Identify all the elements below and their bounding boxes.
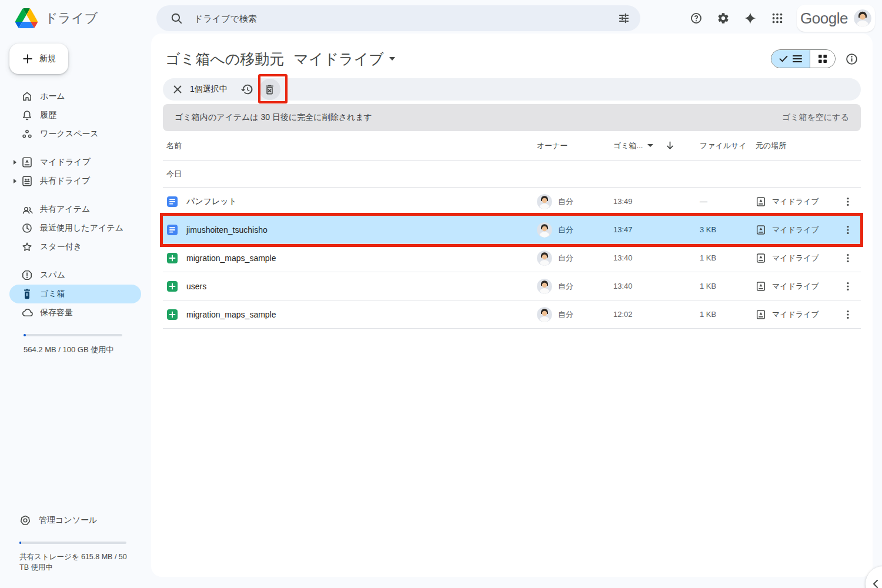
- my-drive-icon: [21, 156, 33, 168]
- list-header: 名前 オーナー ゴミ箱... ファイルサイ 元の場所: [163, 131, 861, 161]
- page-title: ゴミ箱への移動元 マイドライブ: [165, 49, 395, 69]
- date-group-label: 今日: [163, 161, 861, 188]
- column-dropdown-icon[interactable]: [647, 144, 653, 147]
- empty-trash-button[interactable]: ゴミ箱を空にする: [782, 112, 849, 123]
- help-icon[interactable]: [684, 6, 709, 31]
- new-button-label: 新規: [39, 54, 56, 64]
- spam-icon: [21, 269, 33, 281]
- settings-gear-icon[interactable]: [711, 6, 736, 31]
- new-button[interactable]: 新規: [9, 44, 68, 74]
- sidebar-item-recent[interactable]: 最近使用したアイテム: [9, 219, 141, 238]
- shared-storage-progress-bar: [19, 542, 126, 544]
- view-toggle: [771, 49, 836, 68]
- search-input[interactable]: [194, 14, 613, 24]
- sort-descending-icon[interactable]: [665, 141, 675, 151]
- sidebar-item-spam[interactable]: スパム: [9, 266, 141, 285]
- restore-from-trash-icon[interactable]: [240, 83, 253, 96]
- apps-grid-icon[interactable]: [765, 6, 790, 31]
- owner-avatar: [537, 279, 552, 294]
- app-title: ドライブ: [45, 9, 98, 27]
- file-row-selected[interactable]: jimushoiten_tsuchisho 自分 13:47 3 KB マイドラ…: [163, 216, 861, 244]
- file-row[interactable]: パンフレット 自分 13:49 — マイドライブ: [163, 188, 861, 216]
- owner-avatar: [537, 194, 552, 209]
- google-sheets-icon: [166, 252, 178, 264]
- list-view-button[interactable]: [771, 50, 810, 68]
- search-bar[interactable]: [156, 5, 640, 31]
- column-file-size[interactable]: ファイルサイ: [700, 141, 756, 151]
- file-row[interactable]: users 自分 13:40 1 KB マイドライブ: [163, 272, 861, 300]
- topbar-actions: Google: [684, 5, 882, 32]
- sidebar-item-trash[interactable]: ゴミ箱: [9, 285, 141, 303]
- google-wordmark: Google: [800, 9, 848, 28]
- column-trashed-date[interactable]: ゴミ箱...: [613, 141, 643, 151]
- selection-count: 1個選択中: [190, 84, 228, 95]
- banner-message: ゴミ箱内のアイテムは 30 日後に完全に削除されます: [175, 112, 372, 123]
- gemini-sparkle-icon[interactable]: [738, 6, 763, 31]
- trash-retention-banner: ゴミ箱内のアイテムは 30 日後に完全に削除されます ゴミ箱を空にする: [163, 104, 861, 131]
- row-menu-icon[interactable]: [835, 309, 861, 320]
- my-drive-location-icon: [756, 253, 766, 263]
- sidebar: 新規 ホーム 履歴 ワークスペース マイドライブ 共有ドライブ 共有アイ: [0, 36, 151, 588]
- sidebar-item-workspaces[interactable]: ワークスペース: [9, 125, 141, 143]
- my-drive-location-icon: [756, 281, 766, 292]
- sidebar-bottom: 管理コンソール 共有ストレージを 615.8 MB / 50 TB 使用中: [0, 511, 151, 588]
- file-row[interactable]: migration_maps_sample 自分 12:02 1 KB マイドラ…: [163, 300, 861, 329]
- owner-avatar: [537, 250, 552, 266]
- expand-arrow-icon[interactable]: [14, 179, 16, 183]
- row-menu-icon[interactable]: [835, 225, 861, 235]
- sidebar-item-activity[interactable]: 履歴: [9, 106, 141, 125]
- clock-icon: [21, 222, 33, 234]
- sidebar-item-shared-with-me[interactable]: 共有アイテム: [9, 200, 141, 219]
- topbar: ドライブ Google: [0, 0, 882, 36]
- delete-forever-icon: [263, 83, 276, 96]
- grid-view-icon: [818, 54, 827, 64]
- bell-icon: [21, 109, 33, 121]
- column-original-location[interactable]: 元の場所: [756, 141, 835, 151]
- sidebar-item-storage[interactable]: 保存容量: [9, 303, 141, 322]
- shared-drives-icon: [21, 175, 33, 187]
- star-icon: [21, 241, 33, 253]
- clear-selection-icon[interactable]: [172, 84, 183, 95]
- plus-icon: [22, 53, 34, 65]
- sidebar-nav: ホーム 履歴 ワークスペース マイドライブ 共有ドライブ 共有アイテム 最近: [0, 87, 151, 322]
- cloud-icon: [21, 307, 33, 319]
- file-row[interactable]: migration_maps_sample 自分 13:40 1 KB マイドラ…: [163, 244, 861, 272]
- column-name[interactable]: 名前: [163, 141, 537, 151]
- workspaces-icon: [21, 128, 33, 140]
- sidebar-item-shared-drives[interactable]: 共有ドライブ: [9, 172, 141, 191]
- my-drive-location-icon: [756, 309, 766, 320]
- owner-avatar: [537, 307, 552, 322]
- search-filters-icon[interactable]: [613, 8, 634, 29]
- file-list: 名前 オーナー ゴミ箱... ファイルサイ 元の場所 今日 パンフレット 自分 …: [163, 131, 861, 329]
- storage-progress-bar: [24, 334, 122, 336]
- sidebar-item-home[interactable]: ホーム: [9, 87, 141, 106]
- selection-toolbar: 1個選択中: [163, 78, 861, 101]
- expand-arrow-icon[interactable]: [14, 160, 16, 165]
- chevron-down-icon: [389, 57, 395, 61]
- google-sheets-icon: [166, 309, 178, 320]
- admin-console-link[interactable]: 管理コンソール: [0, 511, 151, 530]
- row-menu-icon[interactable]: [835, 196, 861, 207]
- trash-icon: [21, 288, 33, 300]
- info-icon[interactable]: [845, 52, 858, 66]
- sidebar-item-my-drive[interactable]: マイドライブ: [9, 153, 141, 172]
- location-filter-dropdown[interactable]: マイドライブ: [293, 49, 395, 69]
- sidebar-item-starred[interactable]: スター付き: [9, 238, 141, 256]
- grid-view-button[interactable]: [810, 50, 835, 68]
- delete-forever-button[interactable]: [259, 79, 280, 100]
- avatar[interactable]: [854, 9, 871, 27]
- my-drive-location-icon: [756, 225, 766, 235]
- row-menu-icon[interactable]: [835, 253, 861, 263]
- page-header: ゴミ箱への移動元 マイドライブ: [161, 34, 863, 78]
- google-docs-icon: [166, 224, 178, 236]
- row-menu-icon[interactable]: [835, 281, 861, 292]
- drive-brand[interactable]: ドライブ: [0, 8, 151, 28]
- column-owner[interactable]: オーナー: [537, 141, 613, 151]
- main-content: ゴミ箱への移動元 マイドライブ: [151, 34, 873, 577]
- search-icon[interactable]: [166, 8, 187, 29]
- google-account-chip[interactable]: Google: [797, 5, 875, 32]
- storage-usage-text: 564.2 MB / 100 GB 使用中: [24, 345, 151, 355]
- drive-logo-icon: [15, 8, 38, 28]
- my-drive-location-icon: [756, 196, 766, 207]
- owner-avatar: [537, 222, 552, 238]
